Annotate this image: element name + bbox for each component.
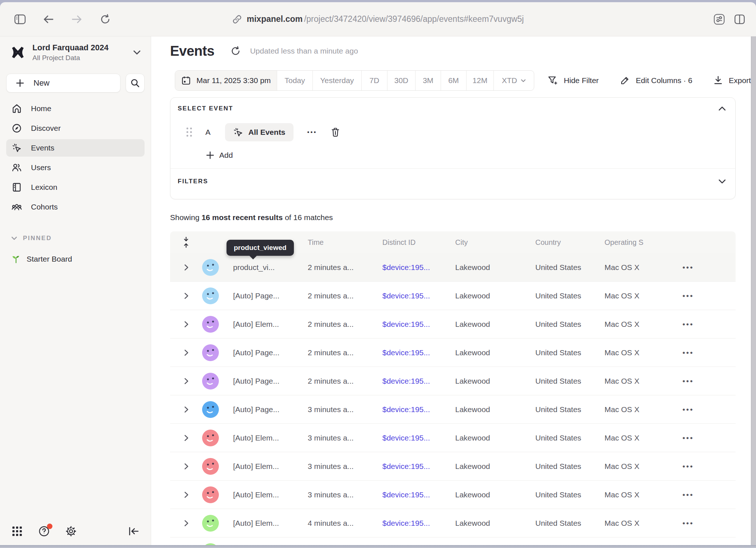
row-expander-icon[interactable]: [184, 491, 189, 499]
distinct-id-link[interactable]: $device:195...: [381, 462, 453, 471]
distinct-id-link[interactable]: $device:195...: [381, 490, 453, 499]
range-today[interactable]: Today: [277, 71, 313, 90]
export-button[interactable]: Export: [713, 75, 751, 86]
distinct-id-link[interactable]: $device:195...: [381, 405, 453, 414]
event-avatar: [202, 316, 219, 333]
distinct-id-link[interactable]: $device:195...: [381, 519, 453, 528]
table-row[interactable]: [Auto] Page... 3 minutes a... $device:19…: [170, 395, 736, 424]
sidebar-item-home[interactable]: Home: [6, 100, 145, 117]
help-icon[interactable]: [38, 525, 50, 537]
row-expander-icon[interactable]: [184, 349, 189, 357]
range-12m[interactable]: 12M: [466, 71, 494, 90]
refresh-icon[interactable]: [231, 46, 241, 56]
hide-filter-button[interactable]: Hide Filter: [548, 75, 599, 86]
apps-grid-icon[interactable]: [11, 525, 23, 537]
chevron-down-icon: [133, 50, 141, 55]
event-name-cell: [Auto] Elem...: [228, 519, 306, 528]
collapse-rows-icon[interactable]: [183, 236, 189, 248]
row-actions-button[interactable]: •••: [677, 377, 736, 385]
row-actions-button[interactable]: •••: [677, 434, 736, 442]
row-expander-icon[interactable]: [184, 434, 189, 442]
event-select-button[interactable]: All Events: [225, 123, 294, 141]
range-30d[interactable]: 30D: [387, 71, 416, 90]
city-cell: Lakewood: [453, 291, 533, 300]
column-time[interactable]: Time: [306, 238, 381, 247]
gear-icon[interactable]: [65, 525, 77, 537]
distinct-id-link[interactable]: $device:195...: [381, 263, 453, 272]
table-row[interactable]: [Auto] Elem... 2 minutes a... $device:19…: [170, 310, 736, 338]
range-3m[interactable]: 3M: [416, 71, 441, 90]
pinned-section-header[interactable]: PINNED: [11, 235, 145, 242]
row-actions-button[interactable]: •••: [677, 462, 736, 471]
range-7d[interactable]: 7D: [362, 71, 387, 90]
reload-icon[interactable]: [99, 13, 111, 26]
range-yesterday[interactable]: Yesterday: [313, 71, 362, 90]
date-label: Mar 11, 2025 3:30 pm: [197, 76, 271, 85]
row-expander-icon[interactable]: [184, 320, 189, 328]
row-actions-button[interactable]: •••: [677, 320, 736, 329]
event-more-button[interactable]: •••: [307, 129, 317, 136]
city-cell: Lakewood: [453, 320, 533, 329]
reader-settings-icon[interactable]: [713, 13, 725, 26]
distinct-id-link[interactable]: $device:195...: [381, 377, 453, 385]
table-row[interactable]: [Auto] Page... 2 minutes a... $device:19…: [170, 282, 736, 310]
row-actions-button[interactable]: •••: [677, 291, 736, 300]
column-operating-system[interactable]: Operating S: [603, 238, 677, 247]
date-picker-button[interactable]: Mar 11, 2025 3:30 pm: [175, 71, 277, 90]
row-expander-icon[interactable]: [184, 406, 189, 414]
project-switcher[interactable]: Lord Farquaad 2024 All Project Data: [6, 42, 145, 63]
chevron-up-icon[interactable]: [718, 106, 726, 111]
distinct-id-link[interactable]: $device:195...: [381, 348, 453, 357]
column-city[interactable]: City: [453, 238, 533, 247]
table-row[interactable]: [Auto] Elem... 4 minutes a... $device:19…: [170, 537, 736, 545]
row-actions-button[interactable]: •••: [677, 405, 736, 414]
distinct-id-link[interactable]: $device:195...: [381, 434, 453, 442]
sidebar-item-discover[interactable]: Discover: [6, 120, 145, 137]
event-name-cell: [Auto] Elem...: [228, 490, 306, 499]
trash-icon[interactable]: [331, 127, 340, 137]
row-expander-icon[interactable]: [184, 263, 189, 271]
table-row[interactable]: [Auto] Page... 2 minutes a... $device:19…: [170, 367, 736, 395]
search-button[interactable]: [126, 74, 145, 93]
collapse-sidebar-icon[interactable]: [127, 525, 140, 537]
row-actions-button[interactable]: •••: [677, 519, 736, 528]
search-icon: [130, 78, 140, 88]
split-view-icon[interactable]: [733, 13, 746, 26]
table-row[interactable]: [Auto] Elem... 4 minutes a... $device:19…: [170, 509, 736, 537]
sidebar-item-users[interactable]: Users: [6, 159, 145, 176]
row-actions-button[interactable]: •••: [677, 348, 736, 357]
range-xtd[interactable]: XTD: [494, 71, 534, 90]
distinct-id-link[interactable]: $device:195...: [381, 291, 453, 300]
city-cell: Lakewood: [453, 348, 533, 357]
sidebar-item-events[interactable]: Events: [6, 139, 145, 157]
row-actions-button[interactable]: •••: [677, 263, 736, 272]
city-cell: Lakewood: [453, 490, 533, 499]
add-event-button[interactable]: Add: [206, 151, 735, 160]
edit-columns-button[interactable]: Edit Columns · 6: [620, 75, 692, 86]
table-row[interactable]: [Auto] Page... 2 minutes a... $device:19…: [170, 338, 736, 367]
row-actions-button[interactable]: •••: [677, 490, 736, 499]
distinct-id-link[interactable]: $device:195...: [381, 320, 453, 329]
column-distinct-id[interactable]: Distinct ID: [381, 238, 453, 247]
column-country[interactable]: Country: [533, 238, 603, 247]
drag-handle[interactable]: [186, 128, 192, 137]
new-button[interactable]: New: [6, 74, 121, 93]
sidebar-item-starter-board[interactable]: Starter Board: [11, 254, 145, 264]
table-row[interactable]: [Auto] Elem... 3 minutes a... $device:19…: [170, 481, 736, 509]
back-icon[interactable]: [42, 13, 55, 26]
hide-filter-label: Hide Filter: [564, 76, 599, 85]
sidebar-toggle-icon[interactable]: [14, 13, 26, 26]
range-6m[interactable]: 6M: [441, 71, 466, 90]
table-row[interactable]: [Auto] Elem... 3 minutes a... $device:19…: [170, 424, 736, 452]
row-expander-icon[interactable]: [184, 519, 189, 527]
row-expander-icon[interactable]: [184, 377, 189, 385]
query-builder-panel: SELECT EVENT A All Events ••• Add: [170, 97, 736, 199]
row-expander-icon[interactable]: [184, 292, 189, 300]
sidebar-item-cohorts[interactable]: Cohorts: [6, 198, 145, 216]
time-cell: 4 minutes a...: [306, 519, 381, 528]
row-expander-icon[interactable]: [184, 462, 189, 470]
table-row[interactable]: [Auto] Elem... 3 minutes a... $device:19…: [170, 452, 736, 481]
chevron-down-icon[interactable]: [718, 179, 726, 184]
sidebar-item-lexicon[interactable]: Lexicon: [6, 179, 145, 196]
address-bar[interactable]: mixpanel.com/project/3472420/view/397469…: [232, 14, 524, 24]
